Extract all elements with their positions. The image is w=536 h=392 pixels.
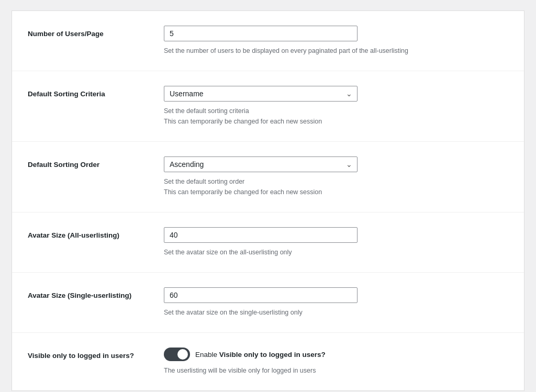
help-text-default-sorting-criteria: Set the default sorting criteriaThis can… — [164, 106, 508, 127]
help-line: Set the number of users to be displayed … — [164, 46, 508, 56]
control-col-default-sorting-order: AscendingDescending⌄Set the default sort… — [164, 156, 508, 197]
label-default-sorting-criteria: Default Sorting Criteria — [28, 90, 105, 98]
input-avatar-size-single[interactable] — [164, 287, 358, 303]
help-line: Set the default sorting order — [164, 176, 508, 187]
help-line: Set the avatar size on the all-userlisti… — [164, 247, 508, 257]
settings-row-avatar-size-single: Avatar Size (Single-userlisting)Set the … — [12, 273, 524, 333]
help-text-avatar-size-single: Set the avatar size on the single-userli… — [164, 307, 508, 318]
help-text-visible-logged-in: The userlisting will be visible only for… — [164, 365, 508, 376]
settings-row-avatar-size-all: Avatar Size (All-userlisting)Set the ava… — [12, 212, 524, 273]
help-text-default-sorting-order: Set the default sorting orderThis can te… — [164, 176, 508, 197]
help-line: The userlisting will be visible only for… — [164, 365, 508, 376]
label-avatar-size-all: Avatar Size (All-userlisting) — [28, 231, 119, 239]
help-line: Set the default sorting criteria — [164, 106, 508, 116]
settings-row-default-sorting-criteria: Default Sorting CriteriaUsernameEmailFir… — [12, 71, 524, 142]
help-line: Set the avatar size on the single-userli… — [164, 307, 508, 318]
settings-row-default-sorting-order: Default Sorting OrderAscendingDescending… — [12, 142, 524, 212]
toggle-row-visible-logged-in: Enable Visible only to logged in users? — [164, 348, 508, 361]
input-users-per-page[interactable] — [164, 26, 358, 41]
settings-panel: Number of Users/PageSet the number of us… — [12, 10, 524, 391]
label-col-users-per-page: Number of Users/Page — [28, 26, 164, 38]
settings-row-visible-logged-in: Visible only to logged in users?Enable V… — [12, 333, 524, 390]
select-wrapper-default-sorting-order: AscendingDescending⌄ — [164, 156, 358, 172]
toggle-thumb — [177, 349, 188, 360]
control-col-avatar-size-all: Set the avatar size on the all-userlisti… — [164, 227, 508, 257]
toggle-inline-visible-logged-in: Enable Visible only to logged in users? — [164, 348, 326, 361]
toggle-label-visible-logged-in: Enable Visible only to logged in users? — [195, 351, 326, 359]
select-wrapper-default-sorting-criteria: UsernameEmailFirst NameLast NameRegister… — [164, 86, 358, 102]
help-line: This can temporarily be changed for each… — [164, 116, 508, 127]
toggle-switch-visible-logged-in[interactable] — [164, 348, 190, 361]
label-avatar-size-single: Avatar Size (Single-userlisting) — [28, 292, 131, 299]
select-default-sorting-criteria[interactable]: UsernameEmailFirst NameLast NameRegister… — [164, 86, 358, 102]
label-default-sorting-order: Default Sorting Order — [28, 161, 99, 169]
label-users-per-page: Number of Users/Page — [28, 30, 104, 38]
label-col-default-sorting-criteria: Default Sorting Criteria — [28, 86, 164, 98]
help-text-avatar-size-all: Set the avatar size on the all-userlisti… — [164, 247, 508, 257]
toggle-track — [164, 348, 190, 361]
help-line: This can temporarily be changed for each… — [164, 187, 508, 197]
label-col-default-sorting-order: Default Sorting Order — [28, 156, 164, 169]
label-visible-logged-in: Visible only to logged in users? — [28, 352, 134, 360]
control-col-visible-logged-in: Enable Visible only to logged in users?T… — [164, 348, 508, 376]
control-col-default-sorting-criteria: UsernameEmailFirst NameLast NameRegister… — [164, 86, 508, 127]
label-col-visible-logged-in: Visible only to logged in users? — [28, 348, 164, 360]
help-text-users-per-page: Set the number of users to be displayed … — [164, 46, 508, 56]
input-avatar-size-all[interactable] — [164, 227, 358, 243]
toggle-label-bold-visible-logged-in: Visible only to logged in users? — [219, 351, 326, 359]
label-col-avatar-size-all: Avatar Size (All-userlisting) — [28, 227, 164, 240]
select-default-sorting-order[interactable]: AscendingDescending — [164, 156, 358, 172]
control-col-avatar-size-single: Set the avatar size on the single-userli… — [164, 287, 508, 318]
control-col-users-per-page: Set the number of users to be displayed … — [164, 26, 508, 56]
settings-row-users-per-page: Number of Users/PageSet the number of us… — [12, 11, 524, 71]
label-col-avatar-size-single: Avatar Size (Single-userlisting) — [28, 287, 164, 300]
